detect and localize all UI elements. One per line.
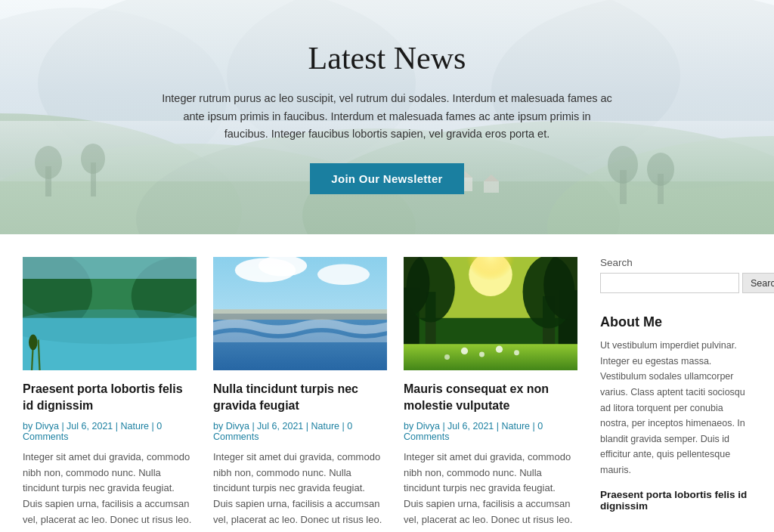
- svg-point-37: [317, 264, 370, 285]
- newsletter-button[interactable]: Join Our Newsletter: [310, 163, 463, 194]
- svg-rect-39: [213, 309, 387, 320]
- hero-section: Latest News Integer rutrum purus ac leo …: [0, 0, 774, 234]
- post-image-1: [23, 257, 197, 370]
- about-text: Ut vestibulum imperdiet pulvinar. Intege…: [600, 338, 751, 478]
- sidebar: Search Search About Me Ut vestibulum imp…: [600, 257, 751, 532]
- about-heading: About Me: [600, 314, 751, 330]
- post-title-3[interactable]: Mauris consequat ex non molestie vulputa…: [404, 381, 577, 415]
- sidebar-about-section: About Me Ut vestibulum imperdiet pulvina…: [600, 314, 751, 512]
- post-excerpt-2: Integer sit amet dui gravida, commodo ni…: [213, 450, 387, 532]
- post-card-2: Nulla tincidunt turpis nec gravida feugi…: [213, 257, 387, 532]
- post-meta-3: by Divya | Jul 6, 2021 | Nature | 0 Comm…: [404, 421, 577, 442]
- search-label: Search: [600, 257, 751, 268]
- svg-point-56: [514, 350, 519, 355]
- post-card-1: Praesent porta lobortis felis id digniss…: [23, 257, 197, 532]
- recent-post-link[interactable]: Praesent porta lobortis felis id digniss…: [600, 489, 751, 512]
- post-title-1[interactable]: Praesent porta lobortis felis id digniss…: [23, 381, 197, 415]
- post-meta-2: by Divya | Jul 6, 2021 | Nature | 0 Comm…: [213, 421, 387, 442]
- post-excerpt-3: Integer sit amet dui gravida, commodo ni…: [404, 450, 577, 532]
- svg-point-57: [444, 354, 450, 360]
- svg-point-32: [29, 335, 38, 351]
- search-input[interactable]: [600, 273, 739, 293]
- svg-point-29: [23, 309, 197, 344]
- sidebar-search-section: Search Search: [600, 257, 751, 293]
- search-button[interactable]: Search: [742, 273, 774, 293]
- post-meta-1: by Divya | Jul 6, 2021 | Nature | 0 Comm…: [23, 421, 197, 442]
- post-excerpt-1: Integer sit amet dui gravida, commodo ni…: [23, 450, 197, 532]
- svg-point-55: [496, 346, 503, 353]
- post-image-2: [213, 257, 387, 370]
- post-title-2[interactable]: Nulla tincidunt turpis nec gravida feugi…: [213, 381, 387, 415]
- svg-rect-52: [404, 344, 577, 370]
- post-card-3: Mauris consequat ex non molestie vulputa…: [404, 257, 577, 532]
- svg-point-53: [461, 348, 468, 354]
- posts-area: Praesent porta lobortis felis id digniss…: [23, 257, 577, 532]
- hero-subtitle: Integer rutrum purus ac leo suscipit, ve…: [160, 90, 614, 144]
- svg-rect-33: [23, 257, 197, 279]
- main-content: Praesent porta lobortis felis id digniss…: [0, 234, 774, 532]
- content-layout: Praesent porta lobortis felis id digniss…: [23, 257, 751, 532]
- svg-point-54: [479, 352, 485, 357]
- search-row: Search: [600, 273, 751, 293]
- hero-content: Latest News Integer rutrum purus ac leo …: [145, 25, 629, 210]
- hero-title: Latest News: [160, 40, 614, 76]
- posts-grid: Praesent porta lobortis felis id digniss…: [23, 257, 577, 532]
- post-image-3: [404, 257, 577, 370]
